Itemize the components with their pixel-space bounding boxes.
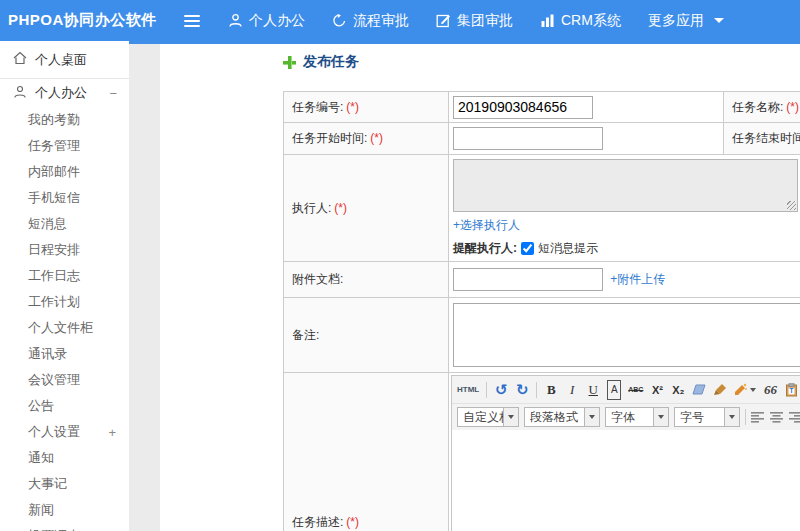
- editor-content-area[interactable]: [452, 430, 800, 531]
- sidebar-item-schedule[interactable]: 日程安排: [0, 237, 129, 263]
- sidebar-item-mobile-sms[interactable]: 手机短信: [0, 185, 129, 211]
- superscript-button[interactable]: X²: [650, 380, 664, 400]
- expand-icon[interactable]: +: [108, 425, 116, 440]
- chevron-down-icon: [584, 408, 599, 426]
- attachment-input[interactable]: [453, 268, 603, 291]
- app-logo: PHPOA协同办公软件: [0, 11, 184, 30]
- task-form-table: 任务编号:(*) 任务名称:(*) 任务开始时间:(*): [283, 91, 800, 531]
- bold-button[interactable]: B: [544, 380, 558, 400]
- sidebar-item-task-management[interactable]: 任务管理: [0, 133, 129, 159]
- nav-label: 个人办公: [249, 12, 305, 30]
- nav-personal-office[interactable]: 个人办公: [228, 12, 305, 30]
- description-label: 任务描述:(*): [284, 373, 449, 531]
- sidebar-item-short-message[interactable]: 短消息: [0, 211, 129, 237]
- chevron-down-icon: [503, 408, 518, 426]
- sms-remind-label: 短消息提示: [538, 240, 598, 257]
- bar-chart-icon: [540, 13, 555, 28]
- sidebar-item-desktop[interactable]: 个人桌面: [0, 41, 129, 79]
- remark-label: 备注:: [284, 298, 449, 373]
- add-icon: [283, 56, 296, 69]
- remind-executor-label: 提醒执行人:: [453, 240, 517, 257]
- sidebar-item-contacts[interactable]: 通讯录: [0, 341, 129, 367]
- strikethrough-button[interactable]: ABC: [628, 380, 643, 400]
- task-name-label: 任务名称:(*): [724, 92, 800, 123]
- nav-label: 更多应用: [648, 12, 704, 30]
- eraser-icon[interactable]: [692, 380, 706, 400]
- select-executor-link[interactable]: +选择执行人: [453, 218, 520, 232]
- sidebar-item-notice[interactable]: 通知: [0, 445, 129, 471]
- home-icon: [13, 51, 27, 68]
- chevron-down-icon: [714, 18, 724, 23]
- nav-group-approval[interactable]: 集团审批: [436, 12, 513, 30]
- attachment-upload-link[interactable]: +附件上传: [610, 272, 665, 286]
- sidebar-submenu: 我的考勤 任务管理 内部邮件 手机短信 短消息 日程安排 工作日志 工作计划 个…: [0, 107, 129, 531]
- menu-toggle-icon[interactable]: [184, 12, 200, 30]
- remark-textarea[interactable]: [453, 303, 800, 367]
- start-time-label: 任务开始时间:(*): [284, 123, 449, 155]
- font-size-select[interactable]: 字号: [674, 407, 740, 427]
- nav-process-approval[interactable]: 流程审批: [332, 12, 409, 30]
- sidebar-item-vote[interactable]: 投票调查: [0, 523, 129, 531]
- task-number-input[interactable]: [453, 96, 593, 119]
- sidebar-item-meeting-management[interactable]: 会议管理: [0, 367, 129, 393]
- paste-text-icon[interactable]: T: [784, 380, 798, 400]
- sidebar-item-memorabilia[interactable]: 大事记: [0, 471, 129, 497]
- sidebar-item-news[interactable]: 新闻: [0, 497, 129, 523]
- custom-title-select[interactable]: 自定义标题: [457, 407, 519, 427]
- blockquote-button[interactable]: 66: [763, 380, 777, 400]
- main-nav: 个人办公 流程审批 集团审批 CRM系统 更多应用: [228, 12, 724, 30]
- align-right-icon[interactable]: [789, 407, 800, 427]
- sidebar-item-announcement[interactable]: 公告: [0, 393, 129, 419]
- redo-icon[interactable]: ↻: [515, 380, 529, 400]
- user-icon: [228, 13, 243, 28]
- editor-toolbar-row2: 自定义标题 段落格式 字体: [452, 403, 800, 430]
- publish-task-panel: 发布任务 任务编号:(*) 任务名称:(*): [160, 44, 800, 531]
- sidebar-item-internal-mail[interactable]: 内部邮件: [0, 159, 129, 185]
- user-icon: [13, 85, 27, 102]
- align-left-icon[interactable]: [751, 407, 765, 427]
- editor-toolbar-row1: HTML ↺ ↻ B I U A ABC X²: [452, 376, 800, 403]
- sidebar-item-attendance[interactable]: 我的考勤: [0, 107, 129, 133]
- sidebar-item-work-plan[interactable]: 工作计划: [0, 289, 129, 315]
- nav-more-apps[interactable]: 更多应用: [648, 12, 724, 30]
- executor-label: 执行人:(*): [284, 155, 449, 262]
- svg-text:T: T: [789, 387, 793, 394]
- main-content: 发布任务 任务编号:(*) 任务名称:(*): [129, 41, 800, 531]
- sms-remind-checkbox[interactable]: [521, 242, 534, 255]
- undo-icon[interactable]: ↺: [494, 380, 508, 400]
- underline-button[interactable]: U: [586, 380, 600, 400]
- edit-icon: [436, 13, 451, 28]
- sidebar-item-file-cabinet[interactable]: 个人文件柜: [0, 315, 129, 341]
- rich-text-editor: HTML ↺ ↻ B I U A ABC X²: [451, 375, 800, 531]
- sidebar-item-personal-settings[interactable]: 个人设置 +: [0, 419, 129, 445]
- page-title: 发布任务: [283, 53, 800, 71]
- nav-label: 流程审批: [353, 12, 409, 30]
- sidebar-group-personal-office[interactable]: 个人办公 −: [0, 79, 129, 107]
- align-center-icon[interactable]: [770, 407, 784, 427]
- sidebar-item-work-log[interactable]: 工作日志: [0, 263, 129, 289]
- font-family-select[interactable]: 字体: [605, 407, 669, 427]
- sidebar-item-label: 个人桌面: [35, 51, 87, 69]
- resize-grip-icon[interactable]: [787, 201, 796, 210]
- chevron-down-icon: [750, 388, 756, 392]
- nav-label: 集团审批: [457, 12, 513, 30]
- nav-crm-system[interactable]: CRM系统: [540, 12, 621, 30]
- font-border-button[interactable]: A: [607, 380, 621, 400]
- italic-button[interactable]: I: [565, 380, 579, 400]
- collapse-icon[interactable]: −: [109, 86, 117, 101]
- top-header: PHPOA协同办公软件 个人办公 流程审批 集团审批 CRM系统: [0, 0, 800, 41]
- executor-textarea[interactable]: [453, 159, 798, 212]
- sidebar: 个人桌面 个人办公 − 我的考勤 任务管理 内部邮件 手机短信 短消息 日程安排…: [0, 41, 129, 531]
- chevron-down-icon: [653, 408, 668, 426]
- html-source-button[interactable]: HTML: [457, 380, 479, 400]
- attachment-label: 附件文档:: [284, 262, 449, 298]
- auto-typeset-icon[interactable]: [734, 380, 756, 400]
- paragraph-format-select[interactable]: 段落格式: [524, 407, 600, 427]
- sidebar-group-label: 个人办公: [35, 84, 87, 102]
- task-number-label: 任务编号:(*): [284, 92, 449, 123]
- start-time-input[interactable]: [453, 127, 603, 150]
- subscript-button[interactable]: X₂: [671, 380, 685, 400]
- process-icon: [332, 13, 347, 28]
- end-time-label: 任务结束时间:(*): [724, 123, 800, 155]
- format-brush-icon[interactable]: [713, 380, 727, 400]
